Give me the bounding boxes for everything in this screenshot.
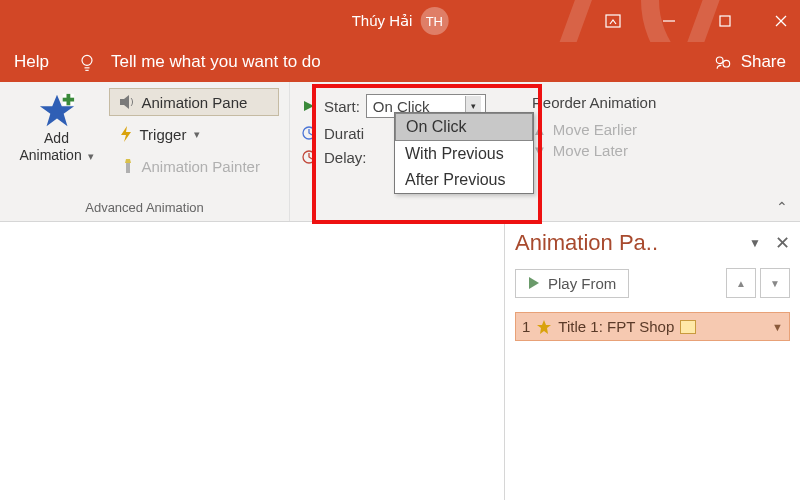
user-area: Thúy Hải TH (352, 7, 449, 35)
share-icon (713, 52, 733, 72)
pane-title: Animation Pa.. (515, 230, 658, 256)
add-animation-label2: Animation (19, 147, 81, 163)
svg-marker-20 (304, 101, 314, 111)
clock-icon (300, 124, 318, 142)
svg-marker-23 (529, 277, 539, 289)
maximize-icon[interactable] (714, 10, 736, 32)
down-triangle-icon: ▼ (770, 278, 780, 289)
delay-icon (300, 148, 318, 166)
collapse-ribbon-icon[interactable]: ⌃ (776, 199, 788, 215)
move-earlier-button: ▲ Move Earlier (532, 121, 656, 138)
play-from-label: Play From (548, 275, 616, 292)
svg-marker-16 (120, 95, 129, 109)
trigger-label: Trigger (140, 126, 187, 143)
svg-point-7 (82, 55, 92, 65)
add-animation-label1: Add (44, 130, 69, 147)
svg-point-10 (716, 57, 723, 64)
tell-me-label: Tell me what you want to do (111, 52, 321, 72)
title-bar: Thúy Hải TH (0, 0, 800, 42)
start-dropdown[interactable]: On Click With Previous After Previous (394, 112, 534, 194)
share-label: Share (741, 52, 786, 72)
share-button[interactable]: Share (713, 52, 786, 72)
up-arrow-icon: ▲ (532, 121, 547, 138)
animation-painter-button: Animation Painter (109, 152, 279, 180)
svg-rect-2 (606, 15, 620, 27)
down-arrow-icon: ▼ (532, 142, 547, 159)
svg-rect-19 (126, 163, 130, 173)
delay-label: Delay: (324, 149, 367, 166)
move-later-button: ▼ Move Later (532, 142, 656, 159)
timeline-bar (680, 320, 696, 334)
pane-menu-icon[interactable]: ▼ (749, 236, 761, 250)
help-bar: Help Tell me what you want to do Share (0, 42, 800, 82)
start-option-onclick[interactable]: On Click (395, 113, 533, 141)
add-animation-icon (38, 92, 76, 130)
lightbulb-icon (77, 52, 97, 72)
ribbon: Add Animation ▾ Animation Pane Trigger ▾… (0, 82, 800, 222)
svg-rect-15 (62, 98, 73, 102)
move-down-button[interactable]: ▼ (760, 268, 790, 298)
ribbon-display-options-icon[interactable] (602, 10, 624, 32)
move-earlier-label: Move Earlier (553, 121, 637, 138)
speaker-icon (118, 93, 136, 111)
trigger-button[interactable]: Trigger ▾ (109, 120, 279, 148)
item-label: Title 1: FPT Shop (558, 318, 674, 335)
svg-marker-17 (121, 126, 131, 142)
svg-point-11 (723, 60, 730, 67)
start-option-afterprev[interactable]: After Previous (395, 167, 533, 193)
move-up-button[interactable]: ▲ (726, 268, 756, 298)
pane-close-icon[interactable]: ✕ (775, 232, 790, 254)
animation-list-item[interactable]: 1 Title 1: FPT Shop ▼ (515, 312, 790, 341)
svg-marker-24 (537, 320, 551, 334)
animation-pane-panel: Animation Pa.. ▼ ✕ Play From ▲ ▼ 1 Title… (504, 222, 800, 500)
play-from-button[interactable]: Play From (515, 269, 629, 298)
bolt-icon (118, 125, 134, 143)
up-triangle-icon: ▲ (736, 278, 746, 289)
svg-marker-18 (125, 159, 131, 163)
start-label: Start: (324, 98, 360, 115)
start-option-withprev[interactable]: With Previous (395, 141, 533, 167)
item-dropdown-icon[interactable]: ▼ (772, 321, 783, 333)
duration-label: Durati (324, 125, 364, 142)
item-index: 1 (522, 318, 530, 335)
add-animation-button[interactable]: Add Animation ▾ (11, 88, 103, 164)
animation-painter-label: Animation Painter (142, 158, 260, 175)
minimize-icon[interactable] (658, 10, 680, 32)
chevron-down-icon: ▾ (88, 150, 94, 162)
reorder-header: Reorder Animation (532, 94, 656, 111)
brush-icon (118, 157, 136, 175)
move-later-label: Move Later (553, 142, 628, 159)
help-tab[interactable]: Help (14, 52, 49, 72)
play-icon (528, 276, 540, 290)
group-label-advanced: Advanced Animation (85, 200, 204, 219)
user-avatar[interactable]: TH (420, 7, 448, 35)
play-icon (300, 97, 318, 115)
star-icon (536, 319, 552, 335)
chevron-down-icon: ▾ (194, 128, 200, 141)
animation-pane-label: Animation Pane (142, 94, 248, 111)
svg-rect-4 (720, 16, 730, 26)
close-icon[interactable] (770, 10, 792, 32)
animation-pane-button[interactable]: Animation Pane (109, 88, 279, 116)
tell-me-search[interactable]: Tell me what you want to do (77, 52, 321, 72)
username: Thúy Hải (352, 12, 413, 30)
